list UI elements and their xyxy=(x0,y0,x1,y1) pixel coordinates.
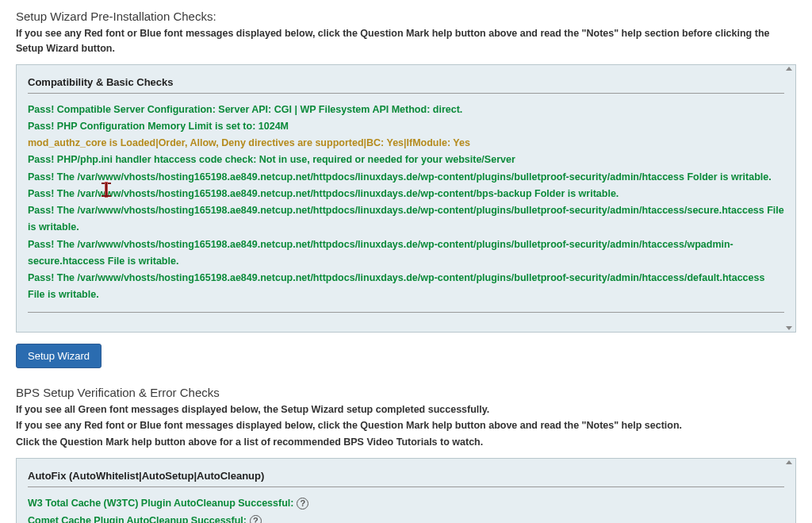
check-pass-row: Pass! The /var/www/vhosts/hosting165198.… xyxy=(28,169,784,186)
question-mark-icon[interactable]: ? xyxy=(250,515,262,523)
preinstall-section: Setup Wizard Pre-Installation Checks: If… xyxy=(16,10,796,384)
verify-desc-3: Click the Question Mark help button abov… xyxy=(16,435,796,450)
scroll-up-icon[interactable] xyxy=(786,460,792,464)
divider xyxy=(28,312,784,313)
check-pass-row: Pass! Compatible Server Configuration: S… xyxy=(28,102,784,118)
compat-panel[interactable]: Compatibility & Basic Checks Pass! Compa… xyxy=(16,64,796,333)
setup-wizard-button[interactable]: Setup Wizard xyxy=(16,344,102,368)
scrollbar[interactable] xyxy=(784,460,794,523)
compat-panel-title: Compatibility & Basic Checks xyxy=(28,76,784,88)
autofix-label: Comet Cache Plugin AutoCleanup Successfu… xyxy=(28,513,247,523)
divider xyxy=(28,486,784,487)
check-pass-row: Pass! The /var/www/vhosts/hosting165198.… xyxy=(28,237,784,271)
check-pass-row: Pass! PHP Configuration Memory Limit is … xyxy=(28,118,784,135)
check-pass-row: Pass! The /var/www/vhosts/hosting165198.… xyxy=(28,186,784,202)
check-pass-row: Pass! The /var/www/vhosts/hosting165198.… xyxy=(28,270,784,304)
autofix-row: Comet Cache Plugin AutoCleanup Successfu… xyxy=(28,513,784,523)
verify-title: BPS Setup Verification & Error Checks xyxy=(16,386,796,399)
divider xyxy=(28,93,784,94)
autofix-row: W3 Total Cache (W3TC) Plugin AutoCleanup… xyxy=(28,495,784,513)
preinstall-title: Setup Wizard Pre-Installation Checks: xyxy=(16,10,796,23)
check-pass-row: Pass! The /var/www/vhosts/hosting165198.… xyxy=(28,202,784,237)
preinstall-desc: If you see any Red font or Blue font mes… xyxy=(16,26,796,56)
question-mark-icon[interactable]: ? xyxy=(297,498,308,510)
scrollbar[interactable] xyxy=(784,67,794,330)
check-warn-row: mod_authz_core is Loaded|Order, Allow, D… xyxy=(28,135,784,152)
autofix-panel-title: AutoFix (AutoWhitelist|AutoSetup|AutoCle… xyxy=(28,470,784,482)
scroll-down-icon[interactable] xyxy=(786,326,792,330)
verify-section: BPS Setup Verification & Error Checks If… xyxy=(16,386,796,524)
verify-desc-2: If you see any Red font or Blue font mes… xyxy=(16,418,796,433)
scroll-up-icon[interactable] xyxy=(786,67,792,71)
autofix-label: W3 Total Cache (W3TC) Plugin AutoCleanup… xyxy=(28,495,293,513)
verify-desc-1: If you see all Green font messages displ… xyxy=(16,402,796,417)
check-pass-row: Pass! PHP/php.ini handler htaccess code … xyxy=(28,152,784,168)
autofix-panel[interactable]: AutoFix (AutoWhitelist|AutoSetup|AutoCle… xyxy=(16,458,796,523)
